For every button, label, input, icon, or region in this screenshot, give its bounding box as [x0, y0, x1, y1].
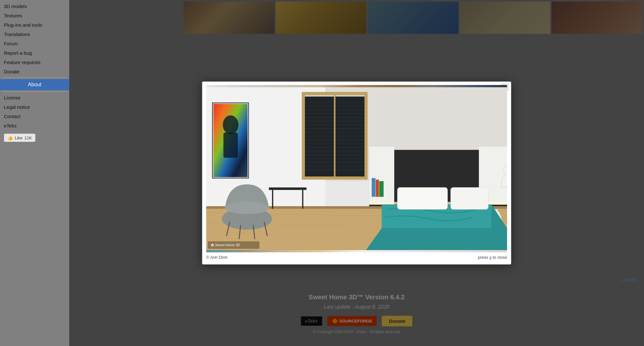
modal-footer: © Anh Dinh press x to close: [206, 252, 507, 260]
svg-text:🏠: 🏠: [210, 243, 215, 247]
sidebar-item-translations[interactable]: Translations: [0, 30, 69, 39]
svg-point-10: [223, 116, 239, 134]
like-label: Like: [15, 136, 23, 140]
sidebar-item-3d-models[interactable]: 3D models: [0, 2, 69, 11]
sidebar-item-about[interactable]: About: [0, 79, 69, 90]
modal-credit: © Anh Dinh: [206, 255, 227, 260]
main-content: Sweet Home 3D™ Version 6.4.2 Last update…: [69, 0, 644, 346]
sidebar-item-report-bug[interactable]: Report a bug: [0, 48, 69, 58]
sidebar-item-license[interactable]: License: [0, 93, 69, 102]
svg-rect-38: [302, 190, 303, 209]
svg-rect-49: [372, 178, 376, 197]
svg-rect-36: [269, 187, 307, 190]
sidebar-divider-1: [3, 78, 67, 78]
svg-rect-50: [376, 180, 379, 197]
modal-close-hint: press x to close: [478, 255, 507, 260]
sidebar-item-eteks[interactable]: eTeks: [0, 121, 69, 130]
sidebar-divider-2: [3, 91, 67, 92]
image-modal: ×: [202, 81, 511, 265]
sidebar-item-donate[interactable]: Donate: [0, 67, 69, 76]
close-hint-prefix: press: [478, 255, 489, 260]
thumbs-up-icon: 👍: [7, 135, 13, 140]
sidebar-item-forum[interactable]: Forum: [0, 39, 69, 48]
svg-rect-57: [451, 187, 488, 209]
sidebar-item-feature-requests[interactable]: Feature requests: [0, 58, 69, 67]
modal-overlay[interactable]: ×: [69, 0, 644, 346]
sidebar: 3D models Textures Plug-ins and tools Tr…: [0, 0, 69, 346]
like-button-container: 👍 Like 11K: [0, 130, 69, 145]
svg-text:Sweet Home 3D: Sweet Home 3D: [215, 243, 240, 247]
svg-rect-56: [397, 187, 447, 209]
svg-rect-37: [272, 190, 273, 209]
sidebar-item-plugins[interactable]: Plug-ins and tools: [0, 20, 69, 30]
modal-image: 🏠 Sweet Home 3D: [206, 85, 507, 252]
svg-rect-11: [224, 133, 238, 158]
svg-rect-51: [379, 181, 384, 197]
sidebar-item-textures[interactable]: Textures: [0, 11, 69, 20]
like-count: 11K: [24, 136, 32, 140]
sidebar-item-contact[interactable]: Contact: [0, 112, 69, 121]
like-button[interactable]: 👍 Like 11K: [4, 134, 35, 142]
svg-point-40: [225, 201, 269, 214]
sidebar-item-legal-notice[interactable]: Legal notice: [0, 102, 69, 112]
close-hint-suffix: to close: [492, 255, 507, 260]
